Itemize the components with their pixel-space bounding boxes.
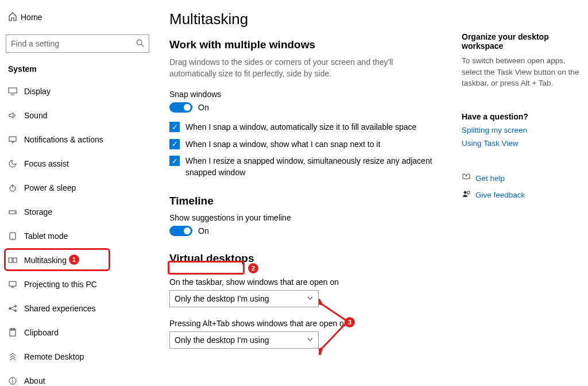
- tablet-icon: [8, 231, 22, 241]
- help-icon: [462, 173, 475, 184]
- svg-rect-13: [9, 281, 16, 286]
- link-taskview[interactable]: Using Task View: [462, 139, 583, 148]
- nav-label: Power & sleep: [24, 183, 76, 192]
- get-help-link[interactable]: Get help: [462, 173, 583, 184]
- section-heading-windows: Work with multiple windows: [169, 38, 439, 51]
- nav-label: Notifications & actions: [24, 135, 103, 144]
- nav-label: Focus assist: [24, 159, 69, 168]
- svg-line-1: [141, 44, 144, 47]
- section-heading-timeline: Timeline: [169, 195, 439, 207]
- sidebar-section: System: [0, 56, 155, 79]
- home-icon: [8, 12, 21, 23]
- sidebar-item-shared[interactable]: Shared experiences: [0, 296, 155, 321]
- section-heading-virtual-desktops: Virtual desktops: [169, 252, 439, 265]
- multitasking-icon: [8, 256, 22, 265]
- dropdown-value: Only the desktop I'm using: [175, 294, 269, 303]
- about-icon: [8, 376, 22, 385]
- snap-state: On: [198, 103, 209, 112]
- main-content: Multitasking Work with multiple windows …: [169, 10, 439, 360]
- sidebar: Home Find a setting System Display Sound…: [0, 0, 155, 386]
- nav-label: Storage: [24, 207, 52, 217]
- search-icon: [136, 39, 144, 49]
- checkbox-snap-resize[interactable]: ✓: [169, 156, 180, 166]
- display-icon: [8, 87, 22, 96]
- give-feedback-link[interactable]: Give feedback: [462, 190, 583, 200]
- snap-toggle[interactable]: [169, 102, 192, 113]
- svg-point-23: [12, 379, 13, 380]
- checkbox-label: When I resize a snapped window, simultan…: [185, 156, 439, 178]
- svg-rect-11: [9, 258, 12, 263]
- nav-label: Multitasking: [24, 256, 67, 265]
- vd-label2: Pressing Alt+Tab shows windows that are …: [169, 319, 439, 328]
- svg-rect-2: [9, 88, 17, 93]
- aside-heading-question: Have a question?: [462, 112, 583, 121]
- nav-label: Tablet mode: [24, 231, 68, 241]
- svg-point-8: [14, 212, 16, 213]
- checkbox-snap-fill[interactable]: ✓: [169, 122, 180, 132]
- checkbox-label: When I snap a window, show what I can sn…: [185, 139, 380, 150]
- nav-label: Remote Desktop: [24, 352, 84, 361]
- remote-icon: [8, 352, 22, 361]
- svg-rect-4: [9, 137, 16, 141]
- storage-icon: [8, 207, 22, 217]
- sidebar-item-notifications[interactable]: Notifications & actions: [0, 128, 155, 152]
- sidebar-item-sound[interactable]: Sound: [0, 103, 155, 128]
- svg-point-0: [137, 40, 142, 45]
- sidebar-item-tablet[interactable]: Tablet mode: [0, 224, 155, 248]
- sidebar-item-power[interactable]: Power & sleep: [0, 176, 155, 200]
- power-icon: [8, 183, 22, 192]
- sidebar-item-multitasking[interactable]: Multitasking: [0, 248, 155, 272]
- home-label: Home: [21, 13, 42, 22]
- checkbox-snap-next[interactable]: ✓: [169, 139, 180, 149]
- feedback-label: Give feedback: [475, 191, 525, 199]
- aside-panel: Organize your desktop workspace To switc…: [462, 32, 583, 206]
- focus-assist-icon: [8, 159, 22, 168]
- notifications-icon: [8, 135, 22, 144]
- sidebar-home[interactable]: Home: [0, 6, 155, 29]
- nav-label: Display: [24, 87, 51, 96]
- sidebar-item-focus-assist[interactable]: Focus assist: [0, 152, 155, 176]
- chevron-down-icon: [307, 294, 314, 303]
- aside-text: To switch between open apps, select the …: [462, 55, 583, 89]
- snap-label: Snap windows: [169, 90, 439, 99]
- search-input[interactable]: Find a setting: [6, 34, 149, 53]
- sidebar-item-about[interactable]: About: [0, 369, 155, 386]
- feedback-icon: [462, 190, 475, 200]
- projecting-icon: [8, 280, 22, 289]
- shared-icon: [8, 304, 22, 313]
- timeline-toggle[interactable]: [169, 226, 192, 236]
- nav-label: Projecting to this PC: [24, 280, 97, 289]
- aside-heading: Organize your desktop workspace: [462, 32, 583, 51]
- sidebar-item-storage[interactable]: Storage: [0, 200, 155, 224]
- sidebar-item-remote[interactable]: Remote Desktop: [0, 345, 155, 369]
- timeline-state: On: [198, 226, 209, 236]
- page-title: Multitasking: [169, 10, 439, 28]
- sidebar-item-clipboard[interactable]: Clipboard: [0, 321, 155, 345]
- section-desc: Drag windows to the sides or corners of …: [169, 57, 439, 79]
- chevron-down-icon: [307, 335, 314, 345]
- link-splitting[interactable]: Splitting my screen: [462, 126, 583, 134]
- sound-icon: [8, 111, 22, 120]
- svg-point-10: [12, 238, 13, 238]
- sidebar-item-display[interactable]: Display: [0, 79, 155, 103]
- svg-rect-12: [13, 258, 17, 263]
- clipboard-icon: [8, 328, 22, 337]
- vd-dropdown-alttab[interactable]: Only the desktop I'm using: [169, 331, 319, 349]
- sidebar-item-projecting[interactable]: Projecting to this PC: [0, 272, 155, 296]
- search-placeholder: Find a setting: [11, 39, 59, 48]
- vd-label1: On the taskbar, show windows that are op…: [169, 277, 439, 287]
- help-label: Get help: [475, 174, 505, 183]
- nav-label: Sound: [24, 111, 47, 120]
- nav-label: Shared experiences: [24, 304, 96, 313]
- nav-label: Clipboard: [24, 328, 59, 337]
- dropdown-value: Only the desktop I'm using: [175, 335, 269, 345]
- nav-label: About: [24, 376, 45, 385]
- checkbox-label: When I snap a window, automatically size…: [185, 122, 416, 133]
- svg-point-24: [464, 191, 467, 194]
- vd-dropdown-taskbar[interactable]: Only the desktop I'm using: [169, 290, 319, 307]
- timeline-label: Show suggestions in your timeline: [169, 213, 439, 222]
